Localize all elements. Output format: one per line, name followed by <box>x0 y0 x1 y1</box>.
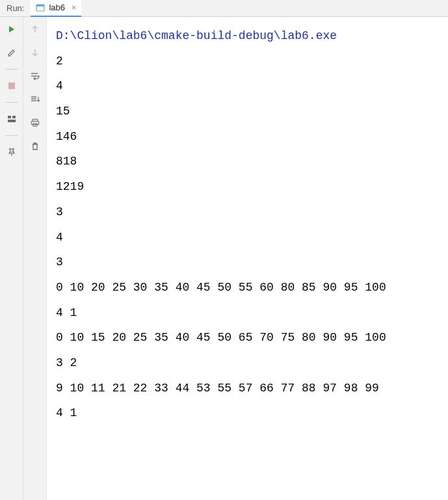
edit-config-button[interactable] <box>3 44 20 61</box>
svg-rect-5 <box>8 120 16 122</box>
console-line: 2 <box>56 49 439 74</box>
console-line: 4 1 <box>56 401 439 426</box>
console-line: 3 2 <box>56 350 439 376</box>
console-line: 818 <box>56 149 439 174</box>
console-line: 4 <box>56 73 439 99</box>
run-tool-window: Run: lab6 × <box>0 0 448 500</box>
console-line: 0 10 20 25 30 35 40 45 50 55 60 80 85 90… <box>56 275 439 300</box>
run-tab[interactable]: lab6 × <box>31 0 81 17</box>
separator <box>5 102 18 103</box>
stop-button[interactable] <box>3 77 20 94</box>
console-toolbar <box>23 17 47 500</box>
separator <box>5 69 18 70</box>
svg-rect-1 <box>36 5 44 7</box>
console-line: 9 10 11 21 22 33 44 53 55 57 66 77 88 97… <box>56 376 439 401</box>
svg-rect-7 <box>31 122 38 125</box>
console-line: 15 <box>56 99 439 124</box>
svg-rect-4 <box>12 116 16 118</box>
left-toolbar <box>0 17 23 500</box>
console-line: 3 <box>56 250 439 275</box>
pin-button[interactable] <box>3 144 20 161</box>
rerun-button[interactable] <box>3 21 20 38</box>
console-line: 146 <box>56 124 439 150</box>
header: Run: lab6 × <box>0 0 448 17</box>
down-button[interactable] <box>27 44 44 61</box>
layout-button[interactable] <box>3 111 20 127</box>
print-button[interactable] <box>27 114 44 131</box>
close-icon[interactable]: × <box>72 3 76 12</box>
tab-name: lab6 <box>49 3 65 12</box>
separator <box>5 135 18 136</box>
run-label: Run: <box>0 3 31 13</box>
scroll-to-end-button[interactable] <box>27 91 44 108</box>
svg-rect-3 <box>8 116 11 118</box>
console-command-line: D:\Clion\lab6\cmake-build-debug\lab6.exe <box>56 23 439 49</box>
console-output[interactable]: D:\Clion\lab6\cmake-build-debug\lab6.exe… <box>47 17 448 500</box>
console-line: 4 1 <box>56 300 439 326</box>
console-line: 0 10 15 20 25 35 40 45 50 65 70 75 80 90… <box>56 325 439 350</box>
console-line: 4 <box>56 225 439 250</box>
up-button[interactable] <box>27 21 44 38</box>
console-line: 3 <box>56 200 439 225</box>
soft-wrap-button[interactable] <box>27 68 44 85</box>
clear-button[interactable] <box>27 138 44 155</box>
body: D:\Clion\lab6\cmake-build-debug\lab6.exe… <box>0 17 448 500</box>
svg-rect-2 <box>8 83 15 89</box>
app-icon <box>36 3 45 12</box>
console-line: 1219 <box>56 174 439 200</box>
